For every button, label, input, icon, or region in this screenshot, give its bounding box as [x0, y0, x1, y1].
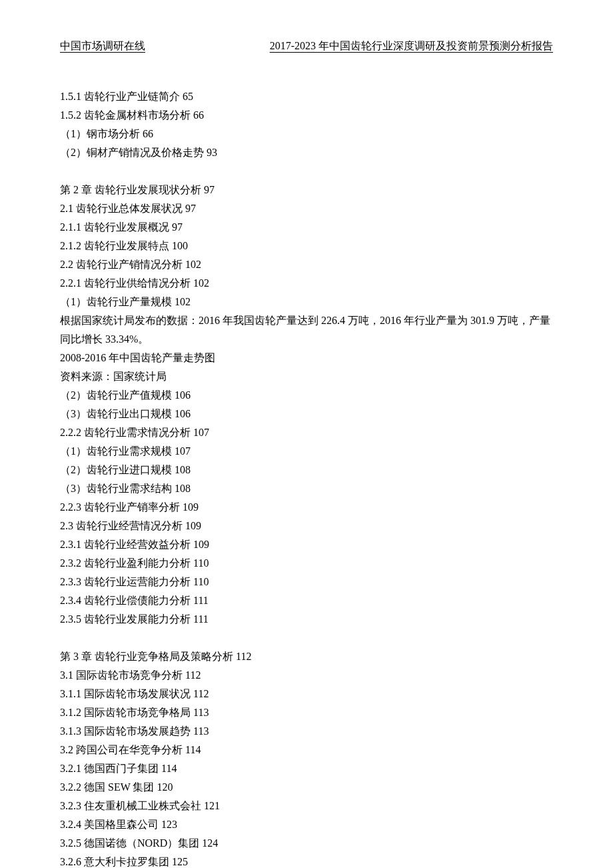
toc-line: 2.1.1 齿轮行业发展概况 97	[60, 218, 553, 237]
toc-line: 2.2.1 齿轮行业供给情况分析 102	[60, 274, 553, 293]
toc-line: （1）钢市场分析 66	[60, 125, 553, 143]
toc-line: 3.2.1 德国西门子集团 114	[60, 759, 553, 778]
toc-line: （2）齿轮行业产值规模 106	[60, 386, 553, 405]
header-left-text: 中国市场调研在线	[60, 37, 145, 55]
toc-line: 2.3.3 齿轮行业运营能力分析 110	[60, 573, 553, 591]
toc-line: 3.2.2 德国 SEW 集团 120	[60, 778, 553, 797]
toc-line: 2.2.2 齿轮行业需求情况分析 107	[60, 423, 553, 442]
toc-line: 3.2.4 美国格里森公司 123	[60, 815, 553, 834]
document-body: 1.5.1 齿轮行业产业链简介 651.5.2 齿轮金属材料市场分析 66（1）…	[60, 87, 553, 868]
blank-line	[60, 162, 553, 181]
toc-line: 根据国家统计局发布的数据：2016 年我国齿轮产量达到 226.4 万吨，201…	[60, 311, 553, 349]
page-header: 中国市场调研在线 2017-2023 年中国齿轮行业深度调研及投资前景预测分析报…	[60, 37, 553, 55]
toc-line: 3.1.2 国际齿轮市场竞争格局 113	[60, 703, 553, 722]
toc-line: 资料来源：国家统计局	[60, 367, 553, 386]
toc-line: 3.1 国际齿轮市场竞争分析 112	[60, 666, 553, 685]
toc-line: 2.3.5 齿轮行业发展能力分析 111	[60, 610, 553, 629]
toc-line: 1.5.1 齿轮行业产业链简介 65	[60, 87, 553, 106]
toc-line: （1）齿轮行业需求规模 107	[60, 442, 553, 461]
toc-line: 2.3.1 齿轮行业经营效益分析 109	[60, 535, 553, 554]
toc-line: 3.1.1 国际齿轮市场发展状况 112	[60, 685, 553, 703]
toc-line: 2.1 齿轮行业总体发展状况 97	[60, 199, 553, 218]
toc-line: 3.2.6 意大利卡拉罗集团 125	[60, 853, 553, 868]
toc-line: 第 2 章 齿轮行业发展现状分析 97	[60, 181, 553, 199]
toc-line: 第 3 章 齿轮行业竞争格局及策略分析 112	[60, 647, 553, 666]
toc-line: （1）齿轮行业产量规模 102	[60, 293, 553, 311]
toc-line: （3）齿轮行业需求结构 108	[60, 479, 553, 498]
document-page: 中国市场调研在线 2017-2023 年中国齿轮行业深度调研及投资前景预测分析报…	[0, 0, 613, 868]
toc-line: （2）齿轮行业进口规模 108	[60, 461, 553, 479]
toc-line: 2.2.3 齿轮行业产销率分析 109	[60, 498, 553, 517]
toc-line: 2008-2016 年中国齿轮产量走势图	[60, 349, 553, 367]
toc-line: （2）铜材产销情况及价格走势 93	[60, 143, 553, 162]
toc-line: 2.3 齿轮行业经营情况分析 109	[60, 517, 553, 535]
toc-line: 2.2 齿轮行业产销情况分析 102	[60, 255, 553, 274]
toc-line: 2.3.2 齿轮行业盈利能力分析 110	[60, 554, 553, 573]
toc-line: 3.2.5 德国诺德（NORD）集团 124	[60, 834, 553, 853]
toc-line: （3）齿轮行业出口规模 106	[60, 405, 553, 423]
toc-line: 2.1.2 齿轮行业发展特点 100	[60, 237, 553, 255]
toc-line: 1.5.2 齿轮金属材料市场分析 66	[60, 106, 553, 125]
toc-line: 2.3.4 齿轮行业偿债能力分析 111	[60, 591, 553, 610]
blank-line	[60, 629, 553, 647]
toc-line: 3.2 跨国公司在华竞争分析 114	[60, 741, 553, 759]
header-right-text: 2017-2023 年中国齿轮行业深度调研及投资前景预测分析报告	[270, 37, 553, 55]
toc-line: 3.1.3 国际齿轮市场发展趋势 113	[60, 722, 553, 741]
toc-line: 3.2.3 住友重机械工业株式会社 121	[60, 797, 553, 815]
